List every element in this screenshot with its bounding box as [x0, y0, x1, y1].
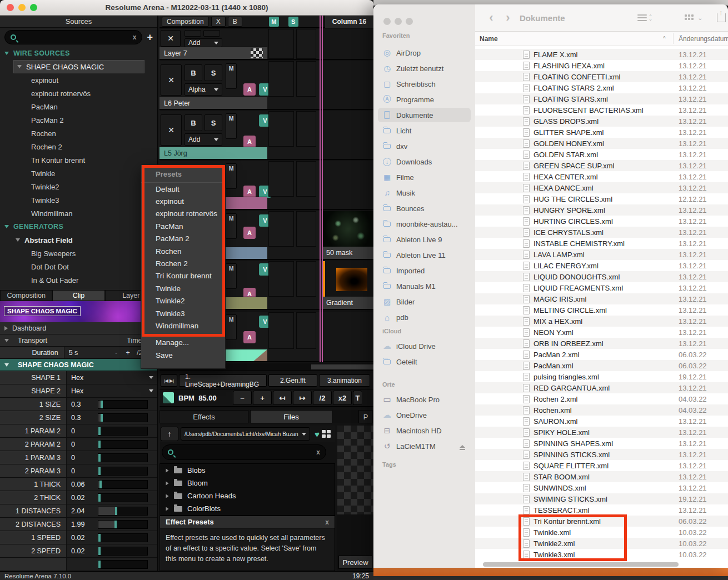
slider-handle[interactable] [98, 467, 101, 475]
source-group-shape-chaos-magic[interactable]: SHAPE CHAOS MAGIC [13, 60, 144, 73]
sidebar-item[interactable]: Dokumente [378, 108, 471, 122]
effects-folder-row[interactable]: Cartoon Heads [160, 489, 335, 502]
layer-master-column[interactable]: M [226, 113, 237, 139]
file-row[interactable]: FLOATING CONFETTI.xml 13.12.21 [475, 71, 728, 82]
sidebar-item[interactable]: Schreibtisch [378, 77, 471, 91]
file-row[interactable]: GREEN SPACE SUP.xml 13.12.21 [475, 160, 728, 171]
layer-blend-dropdown[interactable]: Alpha [185, 83, 222, 96]
sidebar-item[interactable]: Ableton Live 11 [378, 248, 471, 262]
clip-label-50-mask[interactable]: 50 mask [322, 247, 373, 259]
bpm-nudge-down-button[interactable]: ↤ [273, 391, 292, 405]
parameter-slider[interactable] [98, 520, 148, 529]
wire-source-item[interactable]: expinout rotnervös [0, 87, 157, 100]
parameter-dropdown[interactable] [98, 376, 153, 379]
metronome-icon[interactable] [163, 392, 174, 403]
empty-clip-cell[interactable] [268, 61, 294, 97]
forward-button[interactable]: › [500, 11, 516, 25]
parameter-slider[interactable] [98, 493, 148, 502]
parameter-slider[interactable] [98, 467, 148, 476]
wire-source-item[interactable]: Rochen 2 [0, 140, 157, 153]
back-button[interactable]: ‹ [483, 11, 500, 25]
file-row[interactable]: TESSERACT.xml 13.12.21 [475, 504, 728, 516]
empty-clip-cell[interactable] [268, 211, 294, 247]
sort-direction-icon[interactable]: ^ [663, 36, 666, 42]
slider-handle[interactable] [114, 521, 117, 528]
layer-clear-button[interactable]: ✕ [161, 64, 182, 96]
layer-active-badge[interactable]: A [243, 186, 256, 198]
file-row[interactable]: GLASS DROPS.xml 13.12.21 [475, 116, 728, 127]
layer-master-column[interactable]: M [226, 263, 237, 289]
sidebar-item[interactable]: Manuals M1 [378, 279, 471, 293]
scrollbar-thumb[interactable] [311, 364, 373, 369]
file-row[interactable]: HURTING CIRCLES.xml 13.12.21 [475, 216, 728, 227]
file-row[interactable]: SPIKY HOLE.xml 13.12.21 [475, 427, 728, 438]
deck-tab-3[interactable]: 3.animation [319, 374, 370, 387]
deck-tab-1[interactable]: 1. LineScape+DreamingBG [179, 374, 267, 387]
file-row[interactable]: ORB IN ORBEEZ.xml 13.12.21 [475, 338, 728, 349]
layer-active-badge[interactable]: A [243, 331, 256, 343]
file-row[interactable]: FLUORESCENT BACTERIAS.xml 13.12.21 [475, 104, 728, 116]
eject-icon[interactable] [460, 445, 465, 448]
effects-folder-row[interactable]: Bloom [160, 477, 335, 489]
empty-clip-cell[interactable] [268, 312, 294, 349]
parameter-value[interactable]: 0 [67, 441, 98, 448]
wire-source-item[interactable]: PacMan [0, 100, 157, 113]
sidebar-item[interactable]: iCloud Drive [378, 339, 471, 353]
parameter-value[interactable]: 0.02 [67, 534, 98, 542]
slider-handle[interactable] [98, 454, 101, 462]
sidebar-item[interactable]: LaCieM1TM [378, 439, 471, 453]
parameter-slider[interactable] [98, 507, 148, 516]
duration-minus-button[interactable]: - [111, 349, 122, 357]
file-row[interactable]: Rochen.xml 04.03.22 [475, 404, 728, 416]
file-row[interactable]: SWIMING STICKS.xml 19.12.21 [475, 493, 728, 504]
parameter-slider[interactable] [98, 453, 148, 462]
sidebar-item[interactable]: Programme [378, 92, 471, 107]
layer-master-column[interactable]: M [226, 213, 237, 239]
composition-tab[interactable]: Composition [162, 17, 209, 27]
zoom-window-button[interactable] [406, 18, 413, 25]
file-row[interactable]: FLAME X.xml 13.12.21 [475, 49, 728, 60]
layer-name-bar[interactable]: L5 Jörg [159, 147, 267, 159]
slider-handle[interactable] [99, 481, 102, 488]
file-row[interactable]: SAURON.xml 13.12.21 [475, 416, 728, 427]
parameter-value[interactable]: 0 [67, 467, 98, 475]
tab-effects[interactable]: Effects [159, 410, 248, 423]
generator-item[interactable]: In & Out Fader [0, 273, 157, 287]
dashboard-section[interactable]: Dashboard [0, 322, 157, 334]
effects-folder-row[interactable]: Blobs [160, 464, 335, 477]
file-row[interactable]: SPINNING SHAPES.xml 13.12.21 [475, 438, 728, 449]
duration-value[interactable]: 5 s [64, 349, 111, 357]
sidebar-item[interactable]: MacBook Pro [378, 392, 471, 407]
tab-composition[interactable]: Composition [0, 290, 52, 301]
column16-clip-cell[interactable] [322, 29, 373, 59]
transport-section[interactable]: Transport Timeline [0, 334, 157, 347]
file-row[interactable]: LILAC ENERGY.xml 13.12.21 [475, 260, 728, 271]
file-row[interactable]: HUG THE CIRCLES.xml 12.12.21 [475, 193, 728, 204]
wire-source-item[interactable]: Tri Kontur brennt [0, 153, 157, 167]
layer-blend-dropdown[interactable]: Add [185, 38, 222, 47]
sidebar-item[interactable]: Geteilt [378, 354, 471, 369]
empty-clip-cell[interactable] [296, 312, 316, 349]
parent-folder-button[interactable]: ↑ [161, 427, 178, 441]
wire-source-item[interactable]: PacMan 2 [0, 113, 157, 127]
deck-tab-2[interactable]: 2.Gen.fft [268, 374, 317, 387]
file-row[interactable]: HEXA CENTER.xml 13.12.21 [475, 171, 728, 182]
sidebar-item[interactable]: dxv [378, 139, 471, 153]
slider-handle[interactable] [101, 401, 103, 408]
clip-thumbnail-50-mask[interactable] [322, 211, 373, 247]
path-dropdown[interactable]: /Users/pdb/Documents/Licht/dxv/Micah Buz… [181, 427, 310, 441]
column16-clip-cell[interactable] [322, 111, 373, 159]
clip-preview-thumbnail[interactable]: SHAPE CHAOS MAGIC [0, 301, 157, 322]
layer-mini-cell[interactable] [185, 30, 201, 37]
sidebar-item[interactable]: Licht [378, 123, 471, 138]
file-row[interactable]: NEON Y.xml 13.12.21 [475, 327, 728, 338]
parameter-value[interactable]: 0 [67, 454, 98, 462]
sidebar-item[interactable]: AirDrop [378, 46, 471, 60]
parameter-slider[interactable] [98, 480, 148, 489]
slider-handle[interactable] [98, 441, 101, 448]
layer-active-badge[interactable]: A [243, 83, 256, 96]
file-row[interactable]: STAR BOOM.xml 13.12.21 [475, 471, 728, 482]
slider-handle[interactable] [98, 561, 101, 568]
layer-solo-button[interactable]: S [205, 64, 222, 81]
parameter-value[interactable]: 0.3 [67, 401, 98, 408]
